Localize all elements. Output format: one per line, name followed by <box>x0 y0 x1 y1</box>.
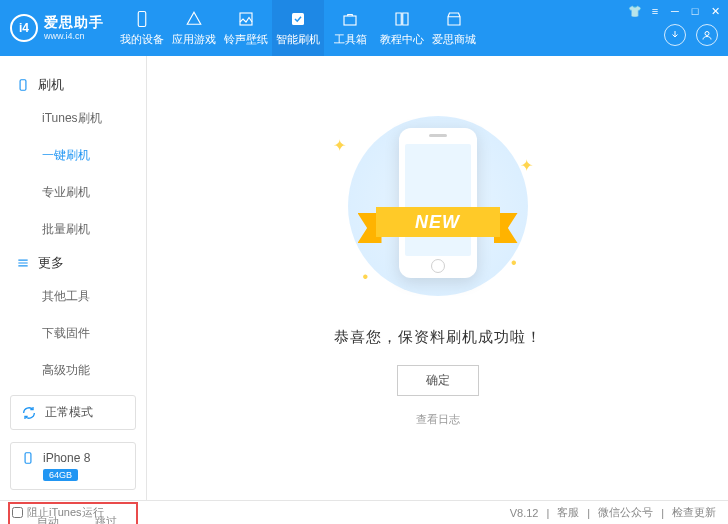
nav-tutorial[interactable]: 教程中心 <box>376 0 428 56</box>
book-icon <box>393 10 411 28</box>
mode-indicator[interactable]: 正常模式 <box>10 395 136 430</box>
wechat-link[interactable]: 微信公众号 <box>598 505 653 520</box>
device-name: iPhone 8 <box>43 451 90 465</box>
nav-store[interactable]: 爱思商城 <box>428 0 480 56</box>
sidebar-item-advanced[interactable]: 高级功能 <box>0 352 146 389</box>
support-link[interactable]: 客服 <box>557 505 579 520</box>
device-info[interactable]: iPhone 8 64GB <box>10 442 136 490</box>
apps-icon <box>185 10 203 28</box>
view-log-link[interactable]: 查看日志 <box>416 412 460 427</box>
sparkle-icon: • <box>511 254 517 272</box>
nav-toolbox[interactable]: 工具箱 <box>324 0 376 56</box>
version-label: V8.12 <box>510 507 539 519</box>
sidebar-item-batch[interactable]: 批量刷机 <box>0 211 146 248</box>
download-button[interactable] <box>664 24 686 46</box>
confirm-button[interactable]: 确定 <box>397 365 479 396</box>
maximize-icon[interactable]: □ <box>688 4 702 18</box>
window-controls: 👕 ≡ ─ □ ✕ <box>628 4 722 18</box>
app-logo: i4 爱思助手 www.i4.cn <box>10 14 104 42</box>
svg-rect-2 <box>292 13 304 25</box>
user-button[interactable] <box>696 24 718 46</box>
sidebar-item-pro[interactable]: 专业刷机 <box>0 174 146 211</box>
check-update-link[interactable]: 检查更新 <box>672 505 716 520</box>
wallpaper-icon <box>237 10 255 28</box>
flash-icon <box>289 10 307 28</box>
nav-my-device[interactable]: 我的设备 <box>116 0 168 56</box>
sidebar-item-itunes[interactable]: iTunes刷机 <box>0 100 146 137</box>
sidebar-section-flash: 刷机 <box>0 70 146 100</box>
new-ribbon: NEW <box>358 199 518 245</box>
sidebar-item-firmware[interactable]: 下载固件 <box>0 315 146 352</box>
nav-apps[interactable]: 应用游戏 <box>168 0 220 56</box>
sidebar-item-other[interactable]: 其他工具 <box>0 278 146 315</box>
close-icon[interactable]: ✕ <box>708 4 722 18</box>
toolbox-icon <box>341 10 359 28</box>
sparkle-icon: • <box>363 268 369 286</box>
logo-icon: i4 <box>10 14 38 42</box>
svg-rect-6 <box>25 453 31 464</box>
nav-ringtone[interactable]: 铃声壁纸 <box>220 0 272 56</box>
sparkle-icon: ✦ <box>520 156 533 175</box>
svg-rect-5 <box>20 80 26 91</box>
device-icon <box>16 78 30 92</box>
sparkle-icon: ✦ <box>333 136 346 155</box>
refresh-icon <box>21 405 37 421</box>
block-itunes-checkbox[interactable]: 阻止iTunes运行 <box>12 505 104 520</box>
title-bar: i4 爱思助手 www.i4.cn 我的设备 应用游戏 铃声壁纸 智能刷机 工具… <box>0 0 728 56</box>
app-url: www.i4.cn <box>44 31 104 42</box>
sidebar-section-more: 更多 <box>0 248 146 278</box>
menu-icon[interactable]: ≡ <box>648 4 662 18</box>
success-illustration: NEW ✦ ✦ • • <box>323 106 553 306</box>
store-icon <box>445 10 463 28</box>
storage-badge: 64GB <box>43 469 78 481</box>
phone-small-icon <box>21 451 35 465</box>
svg-rect-0 <box>138 11 146 26</box>
minimize-icon[interactable]: ─ <box>668 4 682 18</box>
sidebar: 刷机 iTunes刷机 一键刷机 专业刷机 批量刷机 更多 其他工具 下载固件 … <box>0 56 147 500</box>
phone-icon <box>133 10 151 28</box>
more-icon <box>16 256 30 270</box>
header-actions <box>664 24 718 46</box>
nav-flash[interactable]: 智能刷机 <box>272 0 324 56</box>
success-message: 恭喜您，保资料刷机成功啦！ <box>334 328 542 347</box>
app-name: 爱思助手 <box>44 14 104 31</box>
main-nav: 我的设备 应用游戏 铃声壁纸 智能刷机 工具箱 教程中心 爱思商城 <box>116 0 480 56</box>
wardrobe-icon[interactable]: 👕 <box>628 4 642 18</box>
svg-rect-3 <box>344 16 356 25</box>
svg-point-4 <box>705 32 709 36</box>
main-content: NEW ✦ ✦ • • 恭喜您，保资料刷机成功啦！ 确定 查看日志 <box>147 56 728 500</box>
sidebar-item-onekey[interactable]: 一键刷机 <box>0 137 146 174</box>
